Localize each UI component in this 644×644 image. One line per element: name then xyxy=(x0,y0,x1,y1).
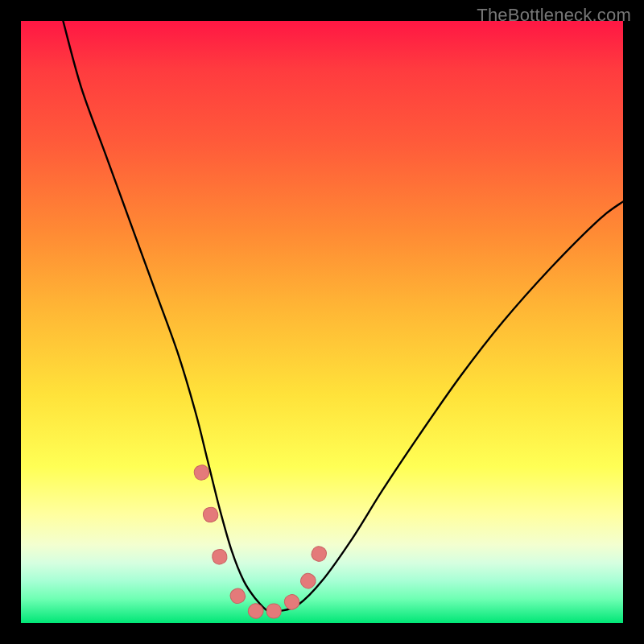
curve-marker xyxy=(193,464,210,481)
curve-marker xyxy=(310,544,328,563)
curve-marker xyxy=(211,548,228,565)
curve-markers-group xyxy=(193,464,328,621)
curve-marker xyxy=(266,604,281,618)
chart-svg xyxy=(21,21,623,623)
curve-marker xyxy=(298,571,318,591)
curve-marker xyxy=(228,586,247,605)
curve-marker xyxy=(202,506,219,523)
bottleneck-curve-path xyxy=(63,21,623,612)
gradient-plot-area xyxy=(21,21,623,623)
curve-marker xyxy=(283,592,302,612)
watermark-text: TheBottleneck.com xyxy=(477,5,631,26)
curve-marker xyxy=(246,601,266,621)
